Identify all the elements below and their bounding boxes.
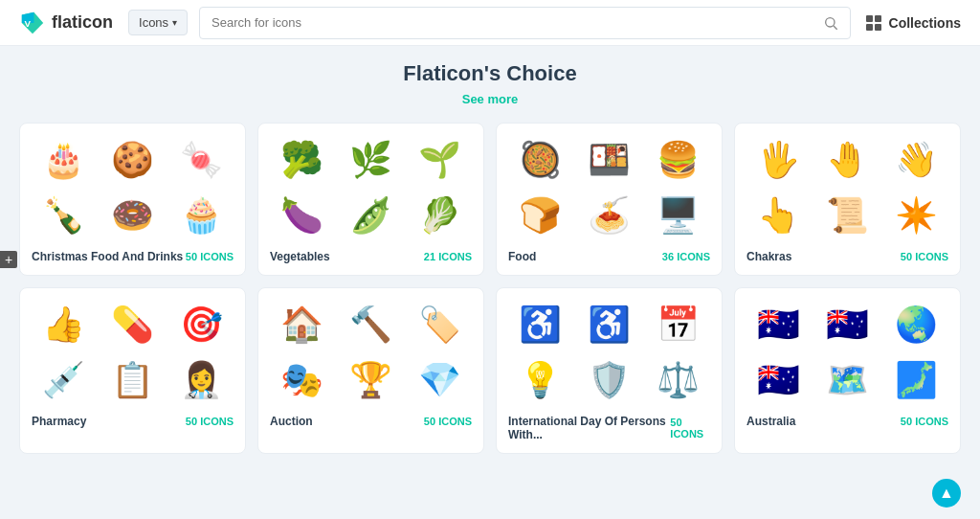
card-icon-4: 🗺️ (815, 355, 879, 405)
search-input[interactable] (212, 15, 814, 30)
icons-nav-label: Icons (139, 15, 168, 30)
svg-text:V: V (25, 18, 32, 29)
card-icons: 🇦🇺🇦🇺🌏🇦🇺🗺️🗾 (746, 300, 948, 405)
card-item[interactable]: 🥦🌿🌱🍆🫛🥬Vegetables21 ICONS (257, 123, 484, 276)
card-icon-3: 💡 (508, 355, 571, 405)
header: V flaticon Icons ▾ Collections (0, 0, 980, 46)
card-icon-4: 🍩 (100, 191, 164, 240)
card-icon-5: 👩‍⚕️ (170, 355, 234, 405)
card-icon-1: 🌿 (339, 135, 402, 185)
card-icon-2: 👋 (885, 135, 948, 185)
card-item[interactable]: 👍💊🎯💉📋👩‍⚕️Pharmacy50 ICONS (19, 287, 246, 454)
card-icon-0: 🇦🇺 (746, 300, 810, 350)
card-name: Christmas Food And Drinks (32, 250, 183, 263)
card-icon-3: 🎭 (270, 355, 333, 405)
card-item[interactable]: ♿♿📅💡🛡️⚖️International Day Of Persons Wit… (496, 287, 723, 454)
svg-line-4 (834, 26, 837, 30)
card-name: Auction (270, 415, 313, 428)
card-icon-3: 👆 (746, 191, 810, 240)
card-icon-4: 📜 (815, 191, 879, 240)
icons-nav-button[interactable]: Icons ▾ (128, 10, 188, 35)
card-footer: Christmas Food And Drinks50 ICONS (32, 250, 234, 263)
main-content: Flaticon's Choice See more 🎂🍪🍬🍾🍩🧁Christm… (0, 46, 980, 469)
card-icons: 👍💊🎯💉📋👩‍⚕️ (32, 300, 234, 405)
card-icon-0: 🥘 (508, 135, 571, 185)
chevron-up-icon: ▲ (939, 485, 954, 502)
card-icon-2: 🌏 (885, 300, 948, 350)
collections-button[interactable]: Collections (866, 15, 961, 31)
card-icon-4: 🏆 (339, 355, 402, 405)
card-icon-2: 🏷️ (409, 300, 472, 350)
card-name: Vegetables (270, 250, 330, 263)
card-icon-0: 🎂 (32, 135, 95, 185)
card-icon-5: 🥬 (409, 191, 472, 240)
search-bar (199, 7, 850, 39)
section-title: Flaticon's Choice (19, 61, 961, 86)
card-count: 50 ICONS (186, 251, 234, 262)
card-name: Pharmacy (32, 415, 86, 428)
collections-label: Collections (889, 15, 961, 31)
card-icon-5: ⚖️ (647, 355, 710, 405)
card-icon-4: 🍝 (577, 191, 640, 240)
card-count: 50 ICONS (901, 251, 948, 262)
card-icons: ♿♿📅💡🛡️⚖️ (508, 300, 710, 405)
card-icons: 🖐🤚👋👆📜✴️ (746, 135, 948, 240)
card-icon-3: 🍾 (32, 191, 95, 240)
card-item[interactable]: 🏠🔨🏷️🎭🏆💎Auction50 ICONS (257, 287, 484, 454)
card-icon-3: 🍞 (508, 191, 571, 240)
scroll-to-top-button[interactable]: ▲ (932, 479, 961, 508)
see-more-container: See more (19, 90, 961, 107)
logo[interactable]: V flaticon (19, 10, 113, 36)
card-count: 50 ICONS (424, 416, 472, 427)
see-more-link[interactable]: See more (462, 92, 519, 106)
card-name: Australia (746, 415, 795, 428)
card-icons: 🥦🌿🌱🍆🫛🥬 (270, 135, 472, 240)
card-icon-0: 🏠 (270, 300, 333, 350)
card-footer: Pharmacy50 ICONS (32, 415, 234, 428)
card-item[interactable]: 🥘🍱🍔🍞🍝🖥️Food36 ICONS (496, 123, 723, 276)
card-icon-2: 🍬 (170, 135, 234, 185)
card-icon-4: 🛡️ (577, 355, 640, 405)
card-item[interactable]: 🇦🇺🇦🇺🌏🇦🇺🗺️🗾Australia50 ICONS (734, 287, 961, 454)
card-footer: Auction50 ICONS (270, 415, 472, 428)
card-icon-2: 🎯 (170, 300, 234, 350)
card-icon-1: 🔨 (339, 300, 402, 350)
card-item[interactable]: 🖐🤚👋👆📜✴️Chakras50 ICONS (734, 123, 961, 276)
card-footer: Food36 ICONS (508, 250, 710, 263)
card-footer: International Day Of Persons With...50 I… (508, 415, 710, 441)
card-item[interactable]: 🎂🍪🍬🍾🍩🧁Christmas Food And Drinks50 ICONS (19, 123, 246, 276)
card-icons: 🎂🍪🍬🍾🍩🧁 (32, 135, 234, 240)
card-icon-0: 🥦 (270, 135, 333, 185)
card-count: 50 ICONS (901, 416, 948, 427)
card-count: 21 ICONS (424, 251, 472, 262)
card-icon-1: 🍪 (100, 135, 164, 185)
card-icon-4: 📋 (100, 355, 164, 405)
search-button[interactable] (823, 15, 838, 31)
card-icon-4: 🫛 (339, 191, 402, 240)
card-count: 50 ICONS (670, 417, 710, 440)
card-icon-0: 🖐 (746, 135, 810, 185)
card-icon-1: 🍱 (577, 135, 640, 185)
card-name: Chakras (746, 250, 791, 263)
card-icon-5: ✴️ (885, 191, 948, 240)
card-count: 50 ICONS (186, 416, 234, 427)
chevron-down-icon: ▾ (172, 17, 177, 28)
add-sidebar-icon[interactable]: + (0, 251, 17, 268)
card-icon-3: 💉 (32, 355, 95, 405)
card-icons: 🥘🍱🍔🍞🍝🖥️ (508, 135, 710, 240)
card-icon-1: 🤚 (815, 135, 879, 185)
card-icon-2: 🍔 (647, 135, 710, 185)
cards-grid: 🎂🍪🍬🍾🍩🧁Christmas Food And Drinks50 ICONS🥦… (19, 123, 961, 454)
logo-icon: V (19, 10, 46, 36)
card-name: International Day Of Persons With... (508, 415, 670, 441)
card-footer: Australia50 ICONS (746, 415, 948, 428)
card-icon-1: 🇦🇺 (815, 300, 879, 350)
card-footer: Chakras50 ICONS (746, 250, 948, 263)
card-icons: 🏠🔨🏷️🎭🏆💎 (270, 300, 472, 405)
card-icon-3: 🍆 (270, 191, 333, 240)
card-name: Food (508, 250, 536, 263)
collections-grid-icon (866, 15, 881, 31)
card-icon-0: ♿ (508, 300, 571, 350)
card-icon-2: 📅 (647, 300, 710, 350)
card-footer: Vegetables21 ICONS (270, 250, 472, 263)
